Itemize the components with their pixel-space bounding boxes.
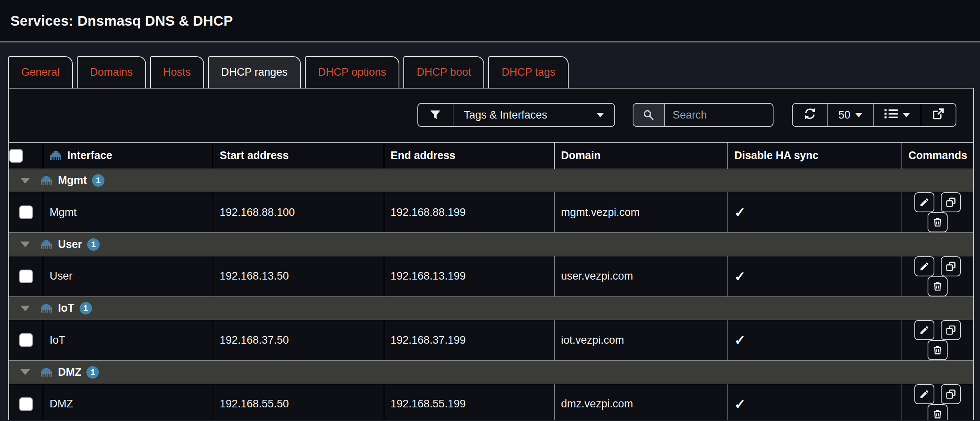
tab-content-panel: Tags & Interfaces bbox=[8, 88, 974, 420]
trash-icon bbox=[932, 217, 943, 228]
copy-icon bbox=[946, 325, 956, 335]
share-icon bbox=[932, 107, 945, 123]
group-count-badge: 1 bbox=[80, 302, 92, 314]
cell-end-address: 192.168.37.199 bbox=[384, 320, 555, 361]
edit-button[interactable] bbox=[914, 192, 934, 212]
magnifier-icon[interactable] bbox=[633, 104, 665, 126]
tab-dhcp-ranges[interactable]: DHCP ranges bbox=[208, 56, 301, 88]
checkmark-icon: ✓ bbox=[734, 332, 746, 348]
copy-button[interactable] bbox=[941, 256, 961, 276]
cell-interface: User bbox=[43, 256, 213, 297]
cell-start-address: 192.168.37.50 bbox=[213, 320, 384, 361]
page-header: Services: Dnsmasq DNS & DHCP bbox=[0, 0, 980, 42]
edit-button[interactable] bbox=[914, 384, 934, 404]
copy-icon bbox=[946, 197, 956, 207]
row-checkbox[interactable] bbox=[19, 205, 33, 219]
checkmark-icon: ✓ bbox=[734, 397, 746, 412]
cell-commands bbox=[902, 192, 974, 233]
group-row-dmz: DMZ 1 bbox=[9, 361, 974, 384]
group-name: DMZ bbox=[58, 366, 81, 379]
delete-button[interactable] bbox=[928, 340, 948, 360]
table-row: IoT 192.168.37.50 192.168.37.199 iot.vez… bbox=[9, 320, 974, 361]
column-header-domain[interactable]: Domain bbox=[555, 143, 728, 169]
column-header-end-address[interactable]: End address bbox=[384, 143, 555, 169]
copy-button[interactable] bbox=[941, 320, 961, 340]
column-selector-dropdown[interactable] bbox=[874, 104, 921, 126]
tab-dhcp-boot[interactable]: DHCP boot bbox=[403, 56, 484, 88]
cell-commands bbox=[902, 384, 974, 420]
refresh-icon bbox=[804, 107, 816, 123]
search-input[interactable] bbox=[665, 104, 773, 126]
cell-disable-ha-sync: ✓ bbox=[728, 256, 902, 297]
cell-disable-ha-sync: ✓ bbox=[728, 192, 902, 233]
column-header-disable-ha-sync[interactable]: Disable HA sync bbox=[728, 143, 902, 169]
cell-start-address: 192.168.13.50 bbox=[213, 256, 384, 297]
chevron-down-icon bbox=[903, 113, 910, 117]
trash-icon bbox=[932, 409, 943, 419]
group-name: User bbox=[58, 238, 82, 251]
grid-toolbar: Tags & Interfaces bbox=[18, 103, 956, 127]
ethernet-icon bbox=[40, 240, 52, 250]
page-size-dropdown[interactable]: 50 bbox=[828, 104, 874, 126]
collapse-group-icon[interactable] bbox=[20, 242, 30, 247]
collapse-group-icon[interactable] bbox=[20, 306, 30, 311]
pencil-icon bbox=[919, 325, 930, 335]
list-icon bbox=[884, 108, 898, 122]
ethernet-icon bbox=[40, 303, 52, 313]
tab-hosts[interactable]: Hosts bbox=[150, 56, 204, 88]
group-row-iot: IoT 1 bbox=[9, 297, 974, 320]
chevron-down-icon bbox=[597, 113, 604, 117]
column-header-start-address[interactable]: Start address bbox=[213, 143, 384, 169]
cell-domain: dmz.vezpi.com bbox=[555, 384, 728, 420]
edit-button[interactable] bbox=[914, 256, 934, 276]
export-button[interactable] bbox=[921, 104, 956, 126]
group-name: Mgmt bbox=[58, 174, 87, 187]
chevron-down-icon bbox=[855, 113, 862, 117]
cell-interface: Mgmt bbox=[43, 192, 213, 233]
pencil-icon bbox=[919, 389, 930, 399]
row-checkbox[interactable] bbox=[19, 270, 33, 283]
cell-start-address: 192.168.88.100 bbox=[213, 192, 384, 233]
delete-button[interactable] bbox=[928, 404, 948, 421]
select-all-checkbox[interactable] bbox=[9, 149, 23, 163]
trash-icon bbox=[932, 345, 943, 355]
checkmark-icon: ✓ bbox=[734, 205, 746, 220]
edit-button[interactable] bbox=[914, 320, 934, 340]
cell-disable-ha-sync: ✓ bbox=[728, 384, 902, 420]
table-row: DMZ 192.168.55.50 192.168.55.199 dmz.vez… bbox=[9, 384, 974, 420]
cell-end-address: 192.168.88.199 bbox=[384, 192, 555, 233]
collapse-group-icon[interactable] bbox=[20, 178, 30, 183]
row-checkbox[interactable] bbox=[19, 333, 33, 347]
row-checkbox[interactable] bbox=[19, 397, 33, 411]
cell-domain: iot.vezpi.com bbox=[555, 320, 728, 361]
trash-icon bbox=[932, 281, 943, 292]
copy-button[interactable] bbox=[941, 384, 961, 404]
copy-button[interactable] bbox=[941, 192, 961, 212]
column-header-interface[interactable]: Interface bbox=[43, 143, 213, 169]
delete-button[interactable] bbox=[928, 212, 948, 232]
group-row-mgmt: Mgmt 1 bbox=[9, 169, 974, 192]
delete-button[interactable] bbox=[928, 276, 948, 296]
tab-dhcp-tags[interactable]: DHCP tags bbox=[488, 56, 569, 88]
group-row-user: User 1 bbox=[9, 233, 974, 256]
filter-dropdown[interactable]: Tags & Interfaces bbox=[417, 103, 615, 127]
group-count-badge: 1 bbox=[92, 174, 104, 187]
cell-domain: user.vezpi.com bbox=[555, 256, 728, 297]
tab-domains[interactable]: Domains bbox=[77, 56, 146, 88]
cell-commands bbox=[902, 320, 974, 361]
column-header-commands: Commands bbox=[902, 143, 974, 169]
collapse-group-icon[interactable] bbox=[20, 369, 30, 375]
table-row: User 192.168.13.50 192.168.13.199 user.v… bbox=[9, 256, 974, 297]
refresh-button[interactable] bbox=[793, 104, 828, 126]
pencil-icon bbox=[919, 261, 930, 272]
cell-commands bbox=[902, 256, 974, 297]
tab-dhcp-options[interactable]: DHCP options bbox=[305, 56, 400, 88]
cell-interface: IoT bbox=[43, 320, 213, 361]
tab-general[interactable]: General bbox=[8, 56, 73, 88]
checkmark-icon: ✓ bbox=[734, 269, 746, 284]
grid-actions-group: 50 bbox=[792, 103, 956, 127]
cell-interface: DMZ bbox=[43, 384, 213, 420]
ethernet-icon bbox=[40, 175, 52, 185]
filter-selected-value[interactable]: Tags & Interfaces bbox=[453, 104, 614, 126]
ethernet-icon bbox=[40, 367, 52, 377]
